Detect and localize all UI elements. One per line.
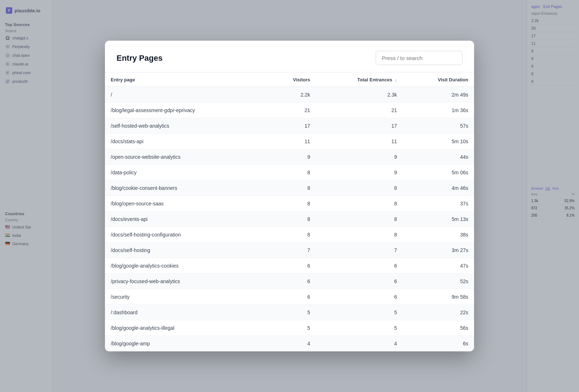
visitors-cell: 5: [267, 304, 316, 320]
visitors-cell: 17: [267, 118, 316, 133]
entry-page-cell: /blog/google-analytics-illegal: [105, 320, 267, 336]
entrances-cell: 8: [316, 211, 403, 227]
table-row: /self-hosted-web-analytics171757s: [105, 118, 474, 133]
entrances-cell: 7: [316, 242, 403, 258]
table-row: /blog/google-amp446s: [105, 336, 474, 351]
duration-cell: 47s: [403, 258, 474, 273]
entrances-cell: 5: [316, 304, 403, 320]
entrances-cell: 4: [316, 336, 403, 351]
entrances-cell: 8: [316, 227, 403, 242]
visitors-cell: 11: [267, 133, 316, 149]
entry-page-cell: /blog/google-analytics-cookies: [105, 258, 267, 273]
duration-cell: 1m 36s: [403, 102, 474, 118]
table-row: /blog/legal-assessment-gdpr-eprivacy2121…: [105, 102, 474, 118]
visitors-cell: 21: [267, 102, 316, 118]
visitors-cell: 8: [267, 211, 316, 227]
duration-cell: 4m 46s: [403, 180, 474, 196]
duration-cell: 56s: [403, 320, 474, 336]
sort-arrow-icon: ↓: [394, 77, 397, 82]
entrances-cell: 9: [316, 165, 403, 180]
duration-cell: 57s: [403, 118, 474, 133]
table-row: /blog/open-source-saas8837s: [105, 196, 474, 211]
duration-cell: 2m 49s: [403, 87, 474, 102]
visitors-cell: 9: [267, 149, 316, 165]
header-row: Entry page Visitors Total Entrances ↓ Vi…: [105, 73, 474, 87]
table-header: Entry page Visitors Total Entrances ↓ Vi…: [105, 73, 474, 87]
table-row: /privacy-focused-web-analytics6652s: [105, 273, 474, 289]
entrances-cell: 9: [316, 149, 403, 165]
visitors-cell: 8: [267, 196, 316, 211]
entrances-cell: 11: [316, 133, 403, 149]
entrances-cell: 6: [316, 273, 403, 289]
visitors-cell: 5: [267, 320, 316, 336]
entry-page-cell: /security: [105, 289, 267, 304]
visitors-cell: 8: [267, 165, 316, 180]
modal-title: Entry Pages: [117, 53, 162, 63]
col-entry-page: Entry page: [105, 73, 267, 87]
table-row: /security669m 58s: [105, 289, 474, 304]
table-row: /open-source-website-analytics9944s: [105, 149, 474, 165]
entry-page-cell: /docs/self-hosting: [105, 242, 267, 258]
visitors-cell: 6: [267, 258, 316, 273]
entry-page-cell: /docs/self-hosting-configuration: [105, 227, 267, 242]
entry-page-cell: /blog/legal-assessment-gdpr-eprivacy: [105, 102, 267, 118]
visitors-cell: 7: [267, 242, 316, 258]
table-row: /docs/stats-api11115m 10s: [105, 133, 474, 149]
entry-page-cell: /blog/google-amp: [105, 336, 267, 351]
visitors-cell: 8: [267, 180, 316, 196]
visitors-cell: 4: [267, 336, 316, 351]
table-row: /:dashboard5522s: [105, 304, 474, 320]
table-row: /docs/self-hosting773m 27s: [105, 242, 474, 258]
duration-cell: 44s: [403, 149, 474, 165]
duration-cell: 5m 06s: [403, 165, 474, 180]
duration-cell: 52s: [403, 273, 474, 289]
table-row: /docs/self-hosting-configuration8838s: [105, 227, 474, 242]
entry-page-cell: /: [105, 87, 267, 102]
table-row: /2.2k2.3k2m 49s: [105, 87, 474, 102]
table-row: /blog/cookie-consent-banners884m 46s: [105, 180, 474, 196]
table-row: /docs/events-api885m 13s: [105, 211, 474, 227]
table-row: /blog/google-analytics-cookies6647s: [105, 258, 474, 273]
search-input[interactable]: [376, 51, 462, 65]
entrances-cell: 8: [316, 180, 403, 196]
entrances-cell: 5: [316, 320, 403, 336]
entry-page-cell: /self-hosted-web-analytics: [105, 118, 267, 133]
entrances-cell: 21: [316, 102, 403, 118]
entrances-cell: 6: [316, 258, 403, 273]
entry-pages-modal: Entry Pages Entry page Visitors Total En…: [105, 41, 474, 351]
entry-page-cell: /:dashboard: [105, 304, 267, 320]
entry-page-cell: /docs/stats-api: [105, 133, 267, 149]
duration-cell: 5m 10s: [403, 133, 474, 149]
duration-cell: 37s: [403, 196, 474, 211]
duration-cell: 3m 27s: [403, 242, 474, 258]
visitors-cell: 6: [267, 289, 316, 304]
col-visit-duration: Visit Duration: [403, 73, 474, 87]
duration-cell: 5m 13s: [403, 211, 474, 227]
table-row: /data-policy895m 06s: [105, 165, 474, 180]
entry-page-cell: /docs/events-api: [105, 211, 267, 227]
duration-cell: 38s: [403, 227, 474, 242]
entrances-cell: 8: [316, 196, 403, 211]
modal-body: Entry page Visitors Total Entrances ↓ Vi…: [105, 73, 474, 351]
visitors-cell: 8: [267, 227, 316, 242]
table-row: /blog/google-analytics-illegal5556s: [105, 320, 474, 336]
entry-page-cell: /privacy-focused-web-analytics: [105, 273, 267, 289]
entry-page-cell: /blog/open-source-saas: [105, 196, 267, 211]
entry-page-cell: /blog/cookie-consent-banners: [105, 180, 267, 196]
visitors-cell: 2.2k: [267, 87, 316, 102]
visitors-cell: 6: [267, 273, 316, 289]
table-body: /2.2k2.3k2m 49s/blog/legal-assessment-gd…: [105, 87, 474, 351]
entry-page-cell: /data-policy: [105, 165, 267, 180]
entrances-cell: 6: [316, 289, 403, 304]
modal-header: Entry Pages: [105, 41, 474, 73]
col-total-entrances: Total Entrances ↓: [316, 73, 403, 87]
duration-cell: 6s: [403, 336, 474, 351]
entry-page-cell: /open-source-website-analytics: [105, 149, 267, 165]
entry-pages-table: Entry page Visitors Total Entrances ↓ Vi…: [105, 73, 474, 351]
entrances-cell: 2.3k: [316, 87, 403, 102]
col-visitors: Visitors: [267, 73, 316, 87]
duration-cell: 22s: [403, 304, 474, 320]
duration-cell: 9m 58s: [403, 289, 474, 304]
entrances-cell: 17: [316, 118, 403, 133]
